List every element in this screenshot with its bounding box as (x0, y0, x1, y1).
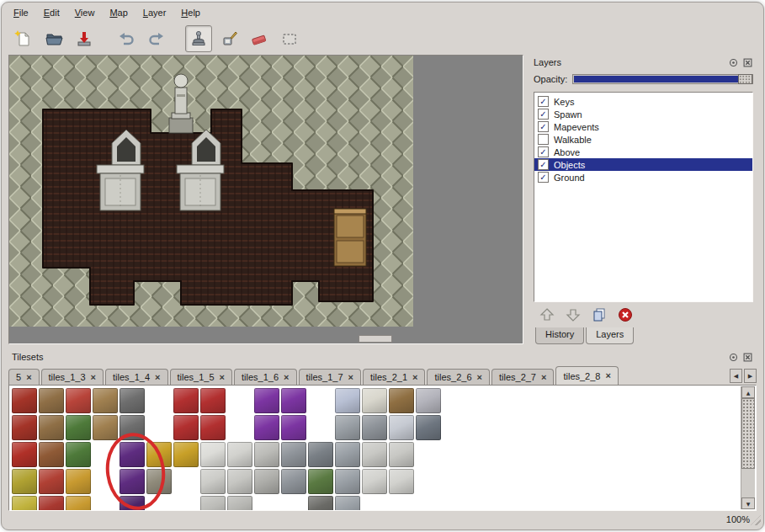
fill-tool-icon (220, 29, 238, 48)
app-window: File Edit View Map Layer Help (1, 2, 764, 530)
layer-label: Objects (554, 160, 585, 170)
float-icon (729, 353, 738, 362)
tileset-tab-tiles-2-6[interactable]: tiles_2_6× (427, 369, 489, 385)
menu-edit[interactable]: Edit (37, 5, 66, 20)
layer-visible-checkbox[interactable]: ✓ (538, 109, 549, 120)
tab-close-icon[interactable]: × (284, 373, 289, 382)
layer-row-mapevents[interactable]: ✓ Mapevents (534, 120, 752, 133)
layer-row-objects[interactable]: ✓ Objects (534, 158, 752, 171)
delete-layer-button[interactable] (617, 306, 634, 325)
tileset-grid[interactable] (11, 387, 739, 510)
menu-help[interactable]: Help (174, 5, 207, 20)
layer-label: Spawn (554, 109, 582, 120)
map-horizontal-scrollbar[interactable] (359, 335, 392, 343)
layer-visible-checkbox[interactable] (538, 134, 549, 145)
redo-icon (147, 29, 166, 48)
save-button[interactable] (71, 25, 98, 52)
tab-close-icon[interactable]: × (605, 371, 610, 380)
tilesets-panel-title: Tilesets (12, 352, 44, 362)
layer-visible-checkbox[interactable]: ✓ (538, 121, 549, 132)
stamp-tool-button[interactable] (185, 25, 212, 52)
opacity-slider[interactable] (572, 74, 753, 84)
tileset-tab-tiles-1-4[interactable]: tiles_1_4× (105, 369, 167, 385)
layer-row-walkable[interactable]: Walkable (534, 133, 752, 146)
lower-layer-button[interactable] (565, 306, 582, 325)
layer-visible-checkbox[interactable]: ✓ (538, 172, 549, 183)
scrollbar-track[interactable] (741, 469, 755, 497)
close-icon (743, 353, 752, 362)
layers-float-button[interactable] (728, 57, 739, 68)
map-view[interactable] (8, 55, 523, 344)
resize-grip-icon[interactable] (751, 515, 761, 525)
arrow-left-icon: ◀ (734, 373, 738, 380)
opacity-slider-handle[interactable] (738, 74, 752, 84)
select-tool-button[interactable] (276, 25, 303, 52)
undo-icon (117, 29, 135, 48)
tileset-tab-5[interactable]: 5× (8, 369, 40, 385)
layer-visible-checkbox[interactable]: ✓ (538, 159, 549, 170)
menu-layer[interactable]: Layer (136, 5, 173, 20)
eraser-tool-button[interactable] (246, 25, 273, 52)
tab-history[interactable]: History (535, 327, 584, 344)
tileset-vertical-scrollbar[interactable]: ▲ ▼ (741, 386, 755, 509)
scroll-tabs-right-button[interactable]: ▶ (744, 369, 757, 383)
raise-layer-icon (539, 306, 555, 323)
layer-row-above[interactable]: ✓ Above (534, 146, 752, 158)
tilesets-float-button[interactable] (728, 352, 739, 363)
tilesets-close-button[interactable] (742, 352, 753, 363)
tab-layers[interactable]: Layers (586, 327, 634, 344)
tab-close-icon[interactable]: × (348, 373, 353, 382)
eraser-tool-icon (250, 29, 268, 48)
check-icon: ✓ (539, 123, 546, 131)
tileset-tab-tiles-1-5[interactable]: tiles_1_5× (170, 369, 232, 385)
open-file-button[interactable] (40, 25, 67, 52)
layers-panel-title: Layers (534, 57, 561, 67)
tab-close-icon[interactable]: × (412, 373, 417, 382)
tileset-image[interactable]: ▲ ▼ (8, 385, 757, 511)
duplicate-layer-button[interactable] (591, 306, 608, 325)
duplicate-layer-icon (591, 306, 608, 323)
tileset-tab-tiles-2-1[interactable]: tiles_2_1× (363, 369, 425, 385)
tab-close-icon[interactable]: × (477, 373, 482, 382)
tab-close-icon[interactable]: × (26, 373, 31, 382)
layers-close-button[interactable] (742, 57, 753, 68)
select-tool-icon (280, 29, 299, 48)
layer-visible-checkbox[interactable]: ✓ (538, 96, 549, 107)
opacity-label: Opacity: (534, 74, 567, 84)
layer-row-spawn[interactable]: ✓ Spawn (534, 108, 752, 120)
tab-close-icon[interactable]: × (91, 373, 96, 382)
layer-row-ground[interactable]: ✓ Ground (534, 171, 752, 184)
map-canvas[interactable] (9, 56, 413, 327)
fill-tool-button[interactable] (215, 25, 242, 52)
layers-panel-titlebar[interactable]: Layers (530, 55, 757, 70)
raise-layer-button[interactable] (539, 306, 555, 325)
menu-view[interactable]: View (68, 5, 102, 20)
scroll-tabs-left-button[interactable]: ◀ (730, 369, 742, 383)
tileset-tab-tiles-1-3[interactable]: tiles_1_3× (41, 369, 104, 385)
scrollbar-thumb[interactable] (741, 398, 755, 469)
undo-button[interactable] (113, 25, 140, 52)
layer-label: Keys (554, 97, 574, 107)
new-file-button[interactable] (10, 25, 37, 52)
menu-map[interactable]: Map (103, 5, 134, 20)
tab-close-icon[interactable]: × (155, 373, 160, 382)
delete-layer-icon (617, 306, 634, 323)
tilesets-panel-titlebar[interactable]: Tilesets (8, 349, 757, 364)
tab-scrollers: ◀ ▶ (730, 369, 757, 385)
tileset-tab-tiles-1-7[interactable]: tiles_1_7× (299, 369, 361, 385)
tab-close-icon[interactable]: × (220, 373, 225, 382)
opacity-slider-fill (574, 76, 739, 82)
redo-button[interactable] (143, 25, 170, 52)
tileset-tab-tiles-2-7[interactable]: tiles_2_7× (491, 369, 554, 385)
layer-visible-checkbox[interactable]: ✓ (538, 146, 549, 157)
scroll-down-button[interactable]: ▼ (741, 497, 755, 509)
layer-row-keys[interactable]: ✓ Keys (534, 95, 752, 108)
scroll-up-button[interactable]: ▲ (741, 386, 755, 398)
tileset-tab-tiles-2-8[interactable]: tiles_2_8× (555, 366, 618, 385)
close-icon (743, 58, 752, 67)
tab-close-icon[interactable]: × (541, 373, 546, 382)
menu-file[interactable]: File (7, 5, 35, 20)
tileset-tab-tiles-1-6[interactable]: tiles_1_6× (234, 369, 296, 385)
layers-panel: Layers Opacity: ✓ Keys ✓ (530, 55, 757, 344)
main-area: Layers Opacity: ✓ Keys ✓ (2, 55, 763, 344)
